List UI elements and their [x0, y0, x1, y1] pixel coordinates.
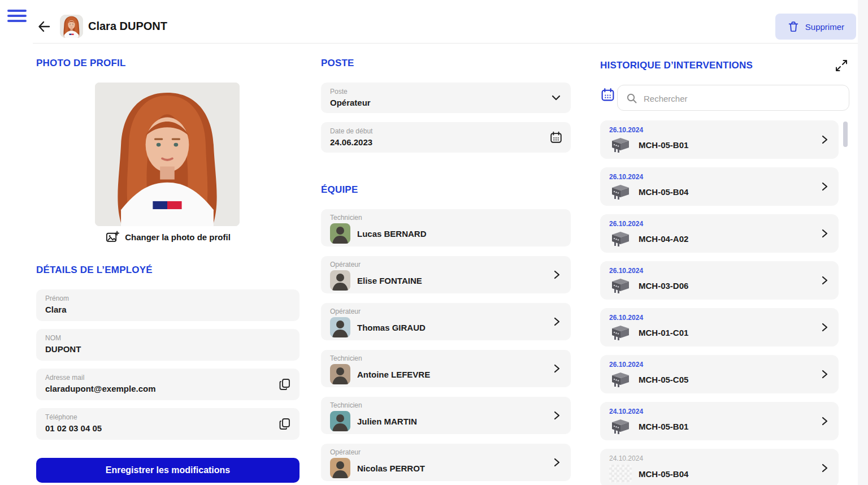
intervention-card[interactable]: 26.10.2024 MCH-01-C01	[600, 308, 839, 347]
avatar	[330, 223, 350, 244]
intervention-card[interactable]: 24.10.2024 MCH-05-B01	[600, 402, 839, 440]
chevron-right-icon	[552, 270, 562, 280]
intervention-card[interactable]: 26.10.2024 MCH-05-B04	[600, 167, 839, 206]
chevron-down-icon	[549, 91, 563, 105]
team-list: Technicien Lucas BERNARD Opérateur Elise…	[321, 209, 571, 485]
chevron-right-icon	[819, 463, 830, 473]
intervention-date: 26.10.2024	[609, 314, 830, 322]
intervention-card[interactable]: 24.10.2024 MCH-05-B04	[600, 449, 839, 485]
intervention-date: 24.10.2024	[609, 408, 830, 415]
hamburger-menu-icon[interactable]	[7, 10, 27, 24]
email-value: claradupont@exemple.com	[45, 384, 290, 393]
avatar	[330, 270, 350, 291]
machine-id: MCH-04-A02	[639, 234, 688, 244]
page-scrollbar-gutter	[858, 0, 868, 485]
machine-thumbnail	[609, 418, 632, 435]
phone-value: 01 02 03 04 05	[45, 423, 290, 433]
search-icon	[626, 93, 637, 104]
avatar	[330, 317, 350, 337]
expand-icon	[835, 59, 848, 72]
copy-email-button[interactable]	[277, 376, 293, 392]
copy-phone-button[interactable]	[277, 416, 293, 432]
machine-id: MCH-05-B01	[639, 422, 688, 431]
team-member-role: Technicien	[330, 354, 562, 362]
delete-button-label: Supprimer	[805, 22, 844, 32]
team-member-name: Julien MARTIN	[357, 417, 417, 426]
avatar	[330, 364, 350, 384]
intervention-date: 26.10.2024	[609, 361, 830, 369]
team-member-row[interactable]: Opérateur Elise FONTAINE	[321, 256, 571, 293]
machine-id: MCH-05-B04	[639, 187, 688, 197]
phone-field[interactable]: Téléphone 01 02 03 04 05	[36, 408, 300, 440]
team-member-name: Elise FONTAINE	[357, 276, 422, 285]
intervention-date: 26.10.2024	[609, 173, 830, 181]
machine-thumbnail	[609, 277, 632, 294]
chevron-right-icon	[819, 228, 830, 239]
team-member-row[interactable]: Technicien Julien MARTIN	[321, 397, 571, 434]
machine-thumbnail-placeholder	[609, 465, 632, 483]
history-search	[617, 85, 849, 111]
team-member-role: Technicien	[330, 401, 562, 409]
chevron-right-icon	[552, 363, 562, 374]
profile-photo	[95, 83, 240, 226]
team-member-role: Technicien	[330, 214, 562, 222]
team-member-name: Antoine LEFEVRE	[357, 370, 430, 379]
chevron-right-icon	[819, 416, 830, 426]
history-panel: HISTORIQUE D’INTERVENTIONS 26.10.2024 MC…	[600, 54, 849, 485]
start-date-value: 24.06.2023	[330, 137, 562, 147]
email-label: Adresse mail	[45, 374, 290, 382]
firstname-field[interactable]: Prénom Clara	[36, 289, 300, 321]
intervention-date: 24.10.2024	[609, 454, 830, 462]
firstname-value: Clara	[45, 305, 290, 314]
chevron-right-icon	[552, 317, 562, 327]
intervention-card[interactable]: 26.10.2024 MCH-05-B01	[600, 120, 839, 159]
photo-section-title: PHOTO DE PROFIL	[36, 58, 126, 69]
intervention-card[interactable]: 26.10.2024 MCH-03-D06	[600, 261, 839, 300]
team-section-title: ÉQUIPE	[321, 184, 358, 196]
team-member-row[interactable]: Technicien Antoine LEFEVRE	[321, 350, 571, 387]
copy-icon	[277, 376, 293, 392]
team-member-row[interactable]: Opérateur Nicolas PERROT	[321, 444, 571, 481]
start-date-label: Date de début	[330, 127, 562, 135]
team-member-role: Opérateur	[330, 448, 562, 456]
team-member-name: Nicolas PERROT	[357, 464, 425, 473]
back-arrow-icon[interactable]	[36, 19, 52, 34]
profile-column: PHOTO DE PROFIL Changer la photo de prof…	[36, 54, 300, 485]
interventions-list: 26.10.2024 MCH-05-B01 26.10.2024 MCH-05-…	[600, 120, 839, 485]
position-select[interactable]: Poste Opérateur	[321, 83, 571, 113]
avatar	[330, 458, 350, 478]
lastname-label: NOM	[45, 334, 290, 342]
history-scrollbar-thumb[interactable]	[843, 122, 848, 147]
chevron-right-icon	[819, 135, 830, 145]
search-input[interactable]	[643, 85, 843, 111]
chevron-right-icon	[552, 410, 562, 421]
intervention-date: 26.10.2024	[609, 126, 830, 134]
chevron-right-icon	[819, 369, 830, 379]
expand-history-button[interactable]	[835, 59, 848, 72]
team-member-row: Technicien Lucas BERNARD	[321, 209, 571, 246]
intervention-card[interactable]: 26.10.2024 MCH-05-C05	[600, 355, 839, 393]
email-field[interactable]: Adresse mail claradupont@exemple.com	[36, 369, 300, 400]
firstname-label: Prénom	[45, 295, 290, 302]
machine-id: MCH-05-B04	[639, 469, 688, 479]
phone-label: Téléphone	[45, 413, 290, 421]
change-photo-button[interactable]: Changer la photo de profil	[36, 229, 300, 245]
employee-detail-page: Clara DUPONT Supprimer PHOTO DE PROFIL C…	[0, 0, 868, 485]
team-member-row[interactable]: Opérateur Thomas GIRAUD	[321, 303, 571, 340]
start-date-field[interactable]: Date de début 24.06.2023	[321, 122, 571, 153]
date-filter-button[interactable]	[600, 87, 615, 102]
machine-thumbnail	[609, 324, 632, 341]
team-member-name: Lucas BERNARD	[357, 229, 427, 239]
machine-thumbnail	[609, 371, 632, 388]
calendar-icon	[549, 131, 563, 144]
save-changes-button[interactable]: Enregistrer les modifications	[36, 458, 300, 483]
machine-id: MCH-05-C05	[639, 375, 688, 384]
position-value: Opérateur	[330, 98, 562, 107]
lastname-value: DUPONT	[45, 344, 290, 354]
lastname-field[interactable]: NOM DUPONT	[36, 329, 300, 361]
intervention-card[interactable]: 26.10.2024 MCH-04-A02	[600, 214, 839, 253]
machine-id: MCH-03-D06	[639, 281, 688, 291]
chevron-right-icon	[819, 275, 830, 285]
delete-employee-button[interactable]: Supprimer	[775, 14, 856, 40]
page-title: Clara DUPONT	[88, 20, 167, 33]
